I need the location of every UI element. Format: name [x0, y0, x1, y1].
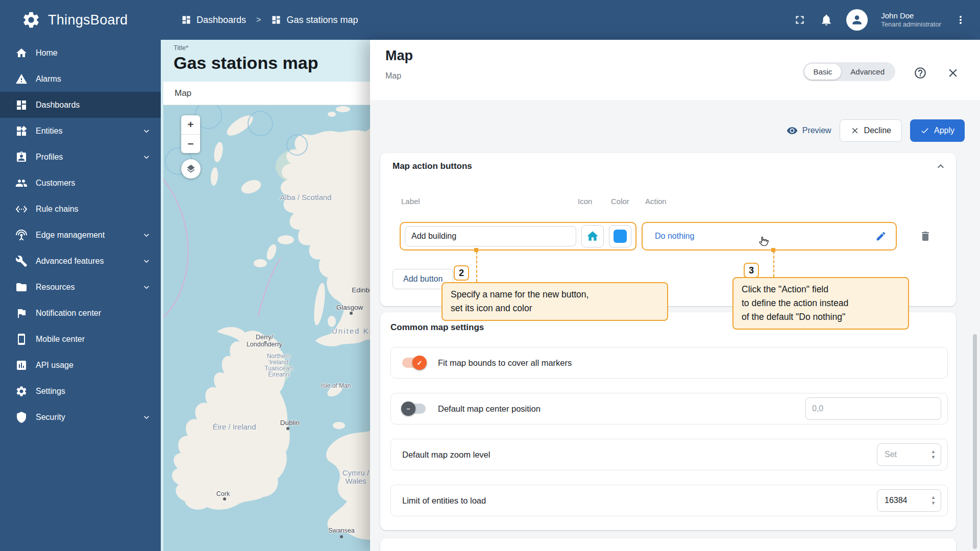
user-info[interactable]: John Doe Tenant administrator — [881, 11, 941, 29]
more-menu-icon[interactable] — [954, 14, 967, 26]
basic-advanced-toggle: Basic Advanced — [803, 62, 895, 81]
widget-title: Map — [175, 88, 191, 98]
section-title: Map action buttons — [393, 161, 944, 171]
top-bar-right: John Doe Tenant administrator — [793, 9, 980, 31]
map-label-londonderry: Londonderry — [247, 341, 282, 348]
panel-title: Map — [385, 48, 413, 64]
stepper-up-icon[interactable]: ▲ — [931, 496, 936, 499]
column-color: Color — [611, 197, 629, 206]
map-center-toggle[interactable]: – — [402, 404, 426, 414]
sidebar-item-api-usage[interactable]: API usage — [0, 352, 161, 378]
panel-body: Preview Decline Apply Map action buttons… — [370, 100, 980, 551]
fit-bounds-toggle[interactable]: ✓ — [402, 358, 426, 368]
breadcrumb-current[interactable]: Gas stations map — [271, 15, 358, 26]
close-icon — [850, 126, 860, 135]
decline-button[interactable]: Decline — [840, 119, 902, 142]
sidebar-item-rule-chains[interactable]: Rule chains — [0, 196, 161, 222]
toggle-knob: – — [401, 402, 415, 416]
rule-chains-icon — [15, 203, 28, 215]
color-swatch — [614, 230, 627, 243]
sidebar-item-security[interactable]: Security — [0, 404, 161, 430]
dashboard-title-label: Title* — [174, 44, 318, 52]
scrollbar-thumb[interactable] — [973, 334, 977, 549]
resources-icon — [15, 281, 28, 293]
apply-button[interactable]: Apply — [910, 119, 965, 142]
entity-limit-input[interactable] — [884, 495, 929, 506]
sidebar-item-home[interactable]: Home — [0, 40, 161, 66]
toggle-basic[interactable]: Basic — [804, 64, 842, 80]
stepper: ▲ ▼ — [931, 450, 936, 459]
user-name: John Doe — [881, 11, 941, 21]
zoom-in-button[interactable]: + — [181, 115, 200, 135]
sidebar-item-settings[interactable]: Settings — [0, 378, 161, 404]
thingsboard-app: ThingsBoard Dashboards > Gas stations ma… — [0, 0, 980, 551]
section-common-map-settings: Common map settings ✓ Fit map bounds to … — [380, 312, 956, 530]
toggle-advanced[interactable]: Advanced — [841, 64, 894, 80]
icon-picker-button[interactable]: + — [581, 225, 604, 247]
help-icon[interactable] — [914, 66, 927, 80]
edge-management-icon — [15, 229, 28, 241]
color-picker-button[interactable] — [609, 225, 631, 247]
notifications-bell-icon[interactable] — [820, 13, 833, 27]
zoom-out-button[interactable]: − — [181, 135, 200, 154]
collapse-chevron-icon[interactable] — [935, 160, 947, 172]
sidebar-item-edge-management[interactable]: Edge management — [0, 222, 161, 248]
map-label-eireann: Éireann — [268, 371, 289, 378]
map-label-cork: Cork — [216, 490, 230, 497]
breadcrumb-separator: > — [256, 15, 261, 24]
dashboards-icon — [15, 99, 28, 111]
sidebar-item-dashboards[interactable]: Dashboards — [0, 92, 161, 118]
user-avatar[interactable] — [846, 9, 868, 31]
map-label-derry: Derry/ — [256, 334, 273, 341]
entity-limit-row: Limit of entities to load ▲ ▼ — [390, 485, 948, 516]
chevron-down-icon — [141, 282, 152, 292]
connector-line-step-3 — [773, 251, 774, 277]
sidebar-item-profiles[interactable]: Profiles — [0, 144, 161, 170]
profiles-icon — [15, 151, 28, 163]
chevron-down-icon — [141, 256, 152, 266]
stepper: ▲ ▼ — [931, 496, 936, 505]
plus-icon: + — [597, 237, 600, 242]
settings-gear-icon — [15, 385, 28, 397]
sidebar-item-advanced-features[interactable]: Advanced features — [0, 248, 161, 274]
dashboard-title-field[interactable]: Title* Gas stations map — [174, 44, 318, 73]
sidebar-item-alarms[interactable]: Alarms — [0, 66, 161, 92]
callout-step-2: Specify a name for the new button, set i… — [442, 282, 668, 321]
sidebar-item-entities[interactable]: Entities — [0, 118, 161, 144]
preview-button[interactable]: Preview — [787, 125, 831, 136]
column-action: Action — [645, 197, 667, 206]
home-icon — [15, 47, 28, 59]
sidebar-item-customers[interactable]: Customers — [0, 170, 161, 196]
map-label-wales: Wales — [345, 477, 366, 485]
zoom-level-input-wrap: ▲ ▼ — [877, 443, 941, 466]
action-field[interactable]: Do nothing — [642, 222, 897, 251]
map-label-eire-ireland: Éire / Ireland — [212, 422, 256, 431]
cursor-hand-icon — [758, 236, 769, 248]
map-center-label: Default map center position — [438, 404, 541, 414]
close-icon[interactable] — [946, 66, 960, 80]
sidebar-item-notification-center[interactable]: Notification center — [0, 300, 161, 326]
map-label-isle-of-man: Isle of Man — [321, 382, 351, 389]
alarm-icon — [15, 73, 28, 85]
edit-pencil-icon[interactable] — [875, 231, 887, 242]
map-center-input[interactable] — [805, 397, 941, 420]
breadcrumb-dashboards[interactable]: Dashboards — [181, 15, 246, 26]
sidebar-item-mobile-center[interactable]: Mobile center — [0, 326, 161, 352]
layers-button[interactable] — [181, 159, 201, 179]
stepper-up-icon[interactable]: ▲ — [931, 450, 936, 454]
table-column-headers: Label Icon Color Action — [393, 197, 944, 207]
stepper-down-icon[interactable]: ▼ — [931, 456, 936, 459]
app-logo[interactable]: ThingsBoard — [0, 10, 161, 30]
fit-bounds-row: ✓ Fit map bounds to cover all markers — [390, 347, 948, 379]
delete-trash-icon[interactable] — [919, 230, 932, 242]
sidebar-item-resources[interactable]: Resources — [0, 274, 161, 300]
map-label-scotland: Alba / Scotland — [280, 193, 332, 202]
button-label-input[interactable] — [405, 226, 576, 246]
fullscreen-icon[interactable] — [793, 13, 806, 27]
top-bar: ThingsBoard Dashboards > Gas stations ma… — [0, 0, 980, 40]
map-label-cymru: Cymru / — [342, 468, 370, 477]
stepper-down-icon[interactable]: ▼ — [931, 502, 936, 505]
zoom-level-input[interactable] — [884, 449, 929, 460]
notification-center-icon — [15, 307, 28, 319]
thingsboard-logo-icon — [21, 10, 41, 30]
